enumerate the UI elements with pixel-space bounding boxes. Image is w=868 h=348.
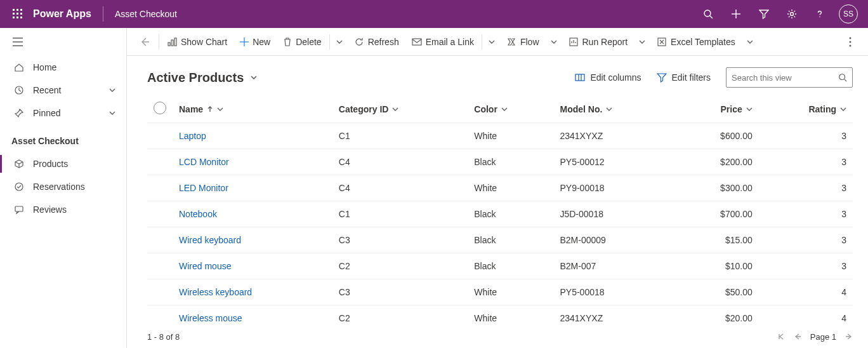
pagination: Page 1	[777, 332, 853, 342]
cell-name[interactable]: Wired mouse	[173, 253, 332, 279]
sidebar-item-reviews[interactable]: Reviews	[0, 198, 126, 221]
pin-icon	[13, 108, 25, 118]
flow-dropdown[interactable]	[546, 39, 562, 45]
sidebar-item-pinned[interactable]: Pinned	[0, 102, 126, 124]
add-button[interactable]	[722, 0, 750, 28]
cell-color: Black	[468, 149, 553, 175]
column-header-name[interactable]: Name	[173, 97, 332, 123]
cell-name[interactable]: LCD Monitor	[173, 149, 332, 175]
svg-rect-26	[412, 39, 421, 45]
sidebar-item-label: Reviews	[33, 204, 67, 215]
new-button[interactable]: New	[233, 28, 277, 56]
email-dropdown[interactable]	[483, 39, 500, 45]
button-label: Edit filters	[672, 72, 711, 83]
svg-rect-23	[174, 38, 176, 46]
help-button[interactable]	[806, 0, 834, 28]
cell-category: C2	[332, 305, 468, 326]
waffle-menu[interactable]	[5, 0, 30, 28]
sidebar-item-reservations[interactable]: Reservations	[0, 175, 126, 198]
edit-columns-button[interactable]: Edit columns	[567, 72, 648, 83]
table-row[interactable]: LED MonitorC4WhitePY9-00018$300.003	[147, 175, 853, 201]
view-title-dropdown[interactable]: Active Products	[147, 70, 258, 85]
excel-dropdown[interactable]	[742, 39, 758, 45]
table-row[interactable]: Wired mouseC2BlackB2M-007$10.003	[147, 253, 853, 279]
sidebar-item-recent[interactable]: Recent	[0, 79, 126, 102]
row-select[interactable]	[147, 175, 173, 201]
table-row[interactable]: LaptopC1White2341XYXZ$600.003	[147, 123, 853, 149]
excel-templates-button[interactable]: Excel Templates	[650, 28, 742, 56]
svg-point-19	[15, 183, 23, 191]
arrow-right-icon	[845, 333, 853, 340]
svg-rect-1	[16, 9, 18, 11]
row-select[interactable]	[147, 305, 173, 326]
chevron-down-icon	[250, 74, 258, 81]
delete-button[interactable]: Delete	[277, 28, 327, 56]
email-link-button[interactable]: Email a Link	[405, 28, 480, 56]
avatar[interactable]: SS	[839, 4, 858, 23]
refresh-button[interactable]: Refresh	[348, 28, 405, 56]
cell-price: $300.00	[675, 175, 759, 201]
button-label: Run Report	[582, 37, 628, 47]
breadcrumb[interactable]: Asset Checkout	[115, 9, 177, 19]
select-all-header[interactable]	[147, 97, 173, 123]
table-row[interactable]: NotebookC1BlackJ5D-00018$700.003	[147, 201, 853, 227]
cell-price: $15.00	[675, 227, 759, 253]
cell-name[interactable]: Wireless keyboard	[173, 279, 332, 305]
overflow-button[interactable]	[838, 28, 863, 56]
row-select[interactable]	[147, 123, 173, 149]
mail-icon	[412, 37, 422, 47]
hamburger-button[interactable]	[0, 28, 126, 56]
table-row[interactable]: Wireless mouseC2White2341XYXZ$20.004	[147, 305, 853, 326]
row-select[interactable]	[147, 149, 173, 175]
next-page-button[interactable]	[845, 333, 853, 340]
row-select[interactable]	[147, 253, 173, 279]
column-header-price[interactable]: Price	[675, 97, 759, 123]
cell-color: Black	[468, 253, 553, 279]
search-input[interactable]	[732, 73, 838, 83]
flow-button[interactable]: Flow	[500, 28, 546, 56]
flow-icon	[506, 37, 516, 47]
prev-page-button[interactable]	[794, 333, 801, 340]
filter-button[interactable]	[750, 0, 778, 28]
back-button[interactable]	[132, 28, 157, 56]
clock-icon	[13, 85, 25, 95]
delete-dropdown[interactable]	[331, 39, 348, 45]
cell-name[interactable]: Laptop	[173, 123, 332, 149]
cell-color: White	[468, 279, 553, 305]
chat-icon	[13, 204, 25, 215]
row-select[interactable]	[147, 227, 173, 253]
cell-model: PY5-00018	[553, 279, 675, 305]
svg-rect-21	[168, 43, 170, 46]
cell-color: White	[468, 123, 553, 149]
row-select[interactable]	[147, 279, 173, 305]
sidebar-item-products[interactable]: Products	[0, 152, 126, 175]
search-box[interactable]	[726, 67, 853, 88]
report-dropdown[interactable]	[634, 39, 650, 45]
cell-name[interactable]: Notebook	[173, 201, 332, 227]
row-select[interactable]	[147, 201, 173, 227]
cell-name[interactable]: Wired keyboard	[173, 227, 332, 253]
svg-point-35	[839, 74, 845, 80]
cell-model: 2341XYXZ	[553, 123, 675, 149]
svg-rect-6	[13, 17, 15, 18]
column-header-color[interactable]: Color	[468, 97, 553, 123]
run-report-button[interactable]: Run Report	[562, 28, 635, 56]
cell-rating: 3	[759, 123, 853, 149]
sort-asc-icon	[207, 106, 213, 112]
svg-line-10	[710, 16, 713, 18]
edit-filters-button[interactable]: Edit filters	[649, 72, 718, 83]
cell-name[interactable]: LED Monitor	[173, 175, 332, 201]
first-page-button[interactable]	[777, 333, 785, 340]
column-header-category[interactable]: Category ID	[332, 97, 468, 123]
cell-name[interactable]: Wireless mouse	[173, 305, 332, 326]
column-header-rating[interactable]: Rating	[759, 97, 853, 123]
table-row[interactable]: Wireless keyboardC3WhitePY5-00018$50.004	[147, 279, 853, 305]
search-button[interactable]	[694, 0, 722, 28]
show-chart-button[interactable]: Show Chart	[161, 28, 233, 56]
table-row[interactable]: Wired keyboardC3BlackB2M-00009$15.003	[147, 227, 853, 253]
table-row[interactable]: LCD MonitorC4BlackPY5-00012$200.003	[147, 149, 853, 175]
select-all-circle[interactable]	[154, 102, 166, 114]
settings-button[interactable]	[778, 0, 806, 28]
sidebar-item-home[interactable]: Home	[0, 56, 126, 79]
column-header-model[interactable]: Model No.	[553, 97, 675, 123]
